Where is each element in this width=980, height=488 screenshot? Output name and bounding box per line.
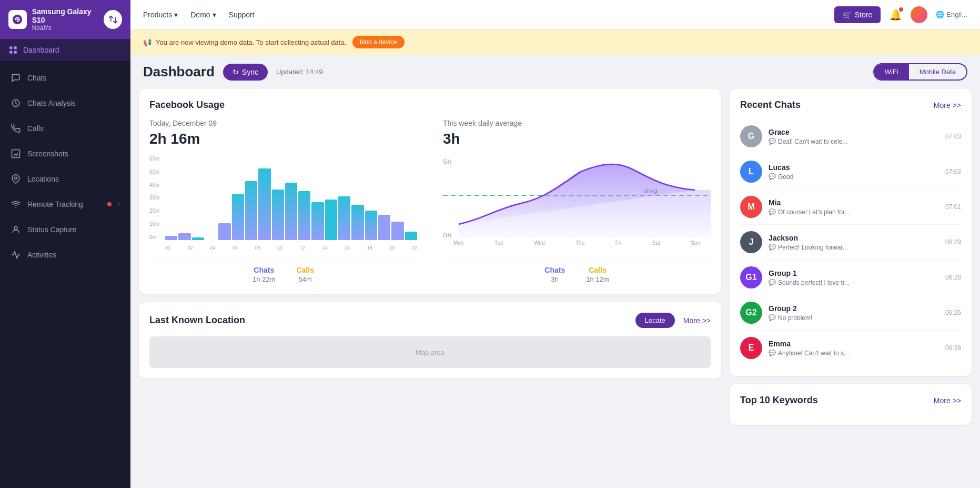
today-period: Today, December 09 xyxy=(149,119,417,127)
screenshot-icon xyxy=(11,148,21,159)
demo-banner: 📢 You are now viewing demo data. To star… xyxy=(130,29,980,55)
bar xyxy=(232,194,244,240)
sidebar-item-calls[interactable]: Calls xyxy=(0,116,130,141)
sidebar-item-screenshots[interactable]: Screenshots xyxy=(0,141,130,166)
sidebar-locations-label: Locations xyxy=(27,175,120,183)
chat-name: Group 2 xyxy=(769,304,939,313)
wifi-button[interactable]: WiFi xyxy=(874,64,909,79)
message-icon: 💬 xyxy=(769,279,776,286)
today-calls-value: 54m xyxy=(296,275,314,283)
svg-point-8 xyxy=(15,177,17,180)
weekly-calls-value: 1h 12m xyxy=(586,275,609,283)
dashboard-left-column: Facebook Usage Today, December 09 2h 16m… xyxy=(139,89,721,425)
chat-list-item[interactable]: G1Group 1💬 Sounds perfect! I love tr...0… xyxy=(740,260,961,295)
svg-point-1 xyxy=(17,18,19,21)
dashboard-label: Dashboard xyxy=(23,46,59,54)
bar xyxy=(405,232,417,240)
svg-rect-5 xyxy=(14,51,17,54)
sidebar-remote-label: Remote Tracking xyxy=(27,200,101,208)
today-chats-legend: Chats 1h 22m xyxy=(252,266,275,283)
weekly-calls-label[interactable]: Calls xyxy=(586,266,609,274)
chat-list-item[interactable]: GGrace💬 Deal! Can't wait to cele...07:03 xyxy=(740,119,961,154)
weekly-time: 3h xyxy=(443,131,711,147)
switch-icon[interactable] xyxy=(104,10,122,29)
weekly-chats-value: 3h xyxy=(544,275,565,283)
top-keywords-title: Top 10 Keywords xyxy=(740,395,818,406)
bind-device-button[interactable]: bind a device xyxy=(352,36,405,48)
bar xyxy=(298,191,310,240)
location-more-link[interactable]: More >> xyxy=(683,316,711,325)
chat-name: Jackson xyxy=(769,234,939,242)
sidebar-item-chats[interactable]: Chats xyxy=(0,65,130,91)
chat-list-item[interactable]: JJackson💬 Perfect! Looking forwar...06:2… xyxy=(740,225,961,260)
dashboard-nav-item[interactable]: Dashboard xyxy=(0,39,130,61)
today-chats-label[interactable]: Chats xyxy=(252,266,275,274)
weekly-calls-legend: Calls 1h 12m xyxy=(586,266,609,283)
chat-time: 07:03 xyxy=(945,133,961,140)
status-icon xyxy=(11,224,21,235)
chat-time: 06:28 xyxy=(945,344,961,352)
cart-icon: 🛒 xyxy=(843,11,852,19)
sidebar-item-remote-tracking[interactable]: Remote Tracking › xyxy=(0,192,130,217)
chat-list-item[interactable]: MMia💬 Of course! Let's plan for...07:01 xyxy=(740,190,961,225)
bar xyxy=(365,211,377,240)
bar xyxy=(218,223,230,240)
sync-button[interactable]: ↻ Sync xyxy=(223,64,268,81)
products-chevron-icon: ▾ xyxy=(174,11,178,19)
data-source-toggle: WiFi Mobile Data xyxy=(873,63,967,81)
locate-button[interactable]: Locate xyxy=(635,313,675,328)
chat-name: Lucas xyxy=(769,163,939,172)
globe-icon: 🌐 xyxy=(936,11,944,18)
message-icon: 💬 xyxy=(769,138,776,145)
location-card-title: Last Known Location xyxy=(149,315,245,326)
sidebar-item-locations[interactable]: Locations xyxy=(0,166,130,192)
speaker-icon: 📢 xyxy=(143,38,151,46)
support-link[interactable]: Support xyxy=(229,11,255,19)
top-keywords-card: Top 10 Keywords More >> xyxy=(730,384,972,425)
bar xyxy=(192,237,204,240)
dashboard-body: Facebook Usage Today, December 09 2h 16m… xyxy=(130,89,980,433)
chat-name: Mia xyxy=(769,198,939,207)
user-avatar[interactable] xyxy=(911,6,927,23)
svg-rect-2 xyxy=(9,46,12,49)
sync-icon: ↻ xyxy=(233,68,239,76)
sidebar-item-chats-analysis[interactable]: Chats Analysis xyxy=(0,91,130,116)
top-keywords-more-link[interactable]: More >> xyxy=(934,396,961,405)
chat-name: Emma xyxy=(769,340,939,348)
demo-link[interactable]: Demo ▾ xyxy=(190,11,216,19)
app-logo xyxy=(8,10,27,29)
chat-avatar: G2 xyxy=(740,302,762,324)
products-link[interactable]: Products ▾ xyxy=(143,11,178,19)
chat-list-item[interactable]: EEmma💬 Anytime! Can't wait to s...06:28 xyxy=(740,331,961,365)
weekly-chats-label[interactable]: Chats xyxy=(544,266,565,274)
today-calls-label[interactable]: Calls xyxy=(296,266,314,274)
store-button[interactable]: 🛒 Store xyxy=(834,6,881,23)
sidebar-item-activities[interactable]: Activities xyxy=(0,242,130,267)
facebook-usage-title: Facebook Usage xyxy=(149,99,225,111)
chat-name: Group 1 xyxy=(769,269,939,277)
chat-icon xyxy=(11,73,21,83)
line-chart: avg 5h 0h xyxy=(443,156,711,251)
notification-dot xyxy=(107,202,112,206)
chat-avatar: E xyxy=(740,337,762,359)
sidebar-item-status-capture[interactable]: Status Capture xyxy=(0,217,130,242)
chat-list-item[interactable]: LLucas💬 Good07:03 xyxy=(740,154,961,190)
sidebar-screenshots-label: Screenshots xyxy=(27,150,120,158)
chat-avatar: J xyxy=(740,231,762,253)
message-icon: 💬 xyxy=(769,173,776,180)
mobile-data-button[interactable]: Mobile Data xyxy=(909,64,966,79)
sidebar-chats-analysis-label: Chats Analysis xyxy=(27,99,120,107)
recent-chats-more-link[interactable]: More >> xyxy=(934,101,961,109)
recent-chats-list: GGrace💬 Deal! Can't wait to cele...07:03… xyxy=(740,119,961,365)
chat-avatar: G xyxy=(740,125,762,147)
chat-list-item[interactable]: G2Group 2💬 No problem!06:26 xyxy=(740,295,961,331)
phone-icon xyxy=(11,123,21,134)
device-name: Samsung Galaxy S10 xyxy=(32,7,104,24)
language-selector[interactable]: 🌐 Engli... xyxy=(936,11,967,18)
sidebar-activities-label: Activities xyxy=(27,251,120,259)
page-title: Dashboard xyxy=(143,64,215,80)
bar xyxy=(272,190,284,240)
today-time: 2h 16m xyxy=(149,131,417,147)
bar xyxy=(311,202,324,240)
facebook-usage-grid: Today, December 09 2h 16m 60m 50m 40m 30… xyxy=(149,119,711,283)
